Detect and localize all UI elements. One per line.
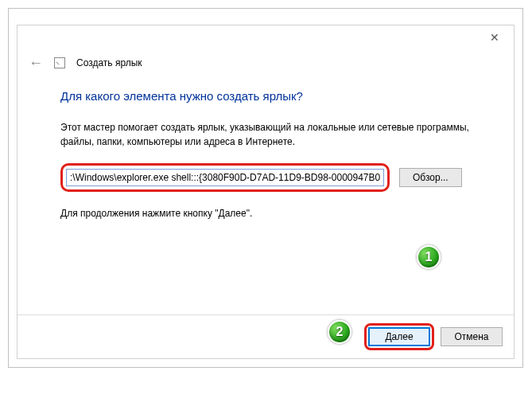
- browse-button[interactable]: Обзор...: [399, 168, 462, 187]
- wizard-window: ✕ ← Создать ярлык Для какого элемента ну…: [17, 25, 515, 359]
- titlebar: ✕: [17, 25, 514, 49]
- footer-bar: Далее Отмена: [17, 314, 514, 358]
- next-button[interactable]: Далее: [368, 327, 430, 346]
- annotation-frame: ✕ ← Создать ярлык Для какого элемента ну…: [8, 8, 523, 368]
- annotation-marker-1: 1: [417, 245, 441, 269]
- cancel-button[interactable]: Отмена: [441, 327, 503, 346]
- annotation-marker-2: 2: [328, 320, 351, 344]
- next-highlight: Далее: [364, 323, 434, 350]
- header-row: ← Создать ярлык: [17, 49, 514, 73]
- content-area: Для какого элемента нужно создать ярлык?…: [17, 73, 514, 314]
- close-icon: ✕: [490, 31, 499, 44]
- close-button[interactable]: ✕: [479, 27, 511, 48]
- location-input[interactable]: [66, 169, 384, 186]
- description-text: Этот мастер помогает создать ярлык, указ…: [60, 120, 474, 149]
- shortcut-icon: [54, 57, 65, 68]
- main-instruction: Для какого элемента нужно создать ярлык?: [60, 89, 487, 103]
- window-title: Создать ярлык: [76, 57, 142, 68]
- input-highlight: [60, 163, 390, 192]
- continue-text: Для продолжения нажмите кнопку "Далее".: [60, 208, 487, 219]
- location-row: Обзор...: [60, 163, 487, 192]
- back-arrow-icon[interactable]: ←: [29, 56, 43, 70]
